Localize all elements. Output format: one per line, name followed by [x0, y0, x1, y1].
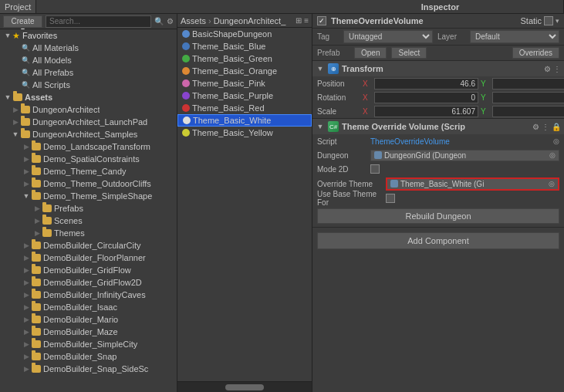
rot-y-input[interactable] [492, 92, 564, 103]
use-base-theme-row: Use Base Theme For [312, 191, 564, 205]
script-component-header: ▼ C# Theme Override Volume (Scrip ⚙ ⋮ 🔒 [312, 119, 564, 134]
script-expand-arrow[interactable]: ▼ [316, 123, 325, 130]
asset-basic-yellow[interactable]: Theme_Basic_Yellow [177, 127, 312, 139]
search-input[interactable] [46, 15, 151, 28]
breadcrumb-sub[interactable]: DungeonArchitect_ [214, 16, 286, 25]
breadcrumb-assets[interactable]: Assets [181, 16, 206, 25]
fav-all-materials[interactable]: 🔍 All Materials [0, 42, 177, 54]
transform-expand-arrow[interactable]: ▼ [316, 65, 325, 73]
override-theme-text: Theme_Basic_White (Gi [400, 180, 484, 188]
transform-settings-icon[interactable]: ⚙ [544, 65, 551, 73]
add-component-button[interactable]: Add Component [317, 232, 559, 249]
assets-header[interactable]: ▼ Assets [0, 91, 177, 103]
tree-snap-side[interactable]: ▶ DemoBuilder_Snap_SideSc [0, 363, 177, 375]
tree-dungeonarchitect[interactable]: ▶ DungeonArchitect [0, 103, 177, 116]
use-base-checkbox[interactable] [386, 194, 395, 203]
tree-demo-simple[interactable]: ▼ Demo_Theme_SimpleShape [0, 190, 177, 202]
tree-isaac[interactable]: ▶ DemoBuilder_Isaac [0, 301, 177, 313]
tree-demo-spatial[interactable]: ▶ Demo_SpatialConstraints [0, 153, 177, 165]
dsc-arrow: ▶ [22, 155, 31, 163]
override-theme-row: Override Theme Theme_Basic_White (Gi ◎ [312, 176, 564, 191]
sc-x-input[interactable] [374, 106, 478, 117]
tree-dungeonarchitect-launchpad[interactable]: ▶ DungeonArchitect_LaunchPad [0, 116, 177, 128]
create-button[interactable]: Create ▾ [3, 15, 42, 28]
project-tab[interactable]: Project [0, 0, 36, 13]
tree-snap[interactable]: ▶ DemoBuilder_Snap [0, 350, 177, 363]
horizontal-scrollbar[interactable] [177, 381, 312, 392]
dungeon-field-row: Dungeon DungeonGrid (Dungeon ◎ [312, 148, 564, 162]
asset-basic-pink[interactable]: Theme_Basic_Pink [177, 77, 312, 90]
mode2d-label: Mode 2D [317, 165, 367, 174]
add-component-row: Add Component [312, 228, 564, 254]
asset-basicshape[interactable]: BasicShapeDungeon [177, 28, 312, 40]
tree-gridflow[interactable]: ▶ DemoBuilder_GridFlow [0, 264, 177, 276]
sc-y-input[interactable] [492, 106, 564, 117]
dungeon-select-icon[interactable]: ◎ [549, 151, 556, 159]
position-xyz: X 46.6 Y 0 Z 59.22 [363, 78, 564, 90]
static-checkbox[interactable] [544, 16, 553, 25]
favorites-header[interactable]: ▼ ★ Favorites [0, 29, 177, 42]
tree-maze[interactable]: ▶ DemoBuilder_Maze [0, 326, 177, 338]
asset-icon-basicshape [182, 30, 190, 38]
go-enabled-checkbox[interactable] [317, 16, 326, 25]
asset-basic-red[interactable]: Theme_Basic_Red [177, 102, 312, 114]
tree-circular[interactable]: ▶ DemoBuilder_CircularCity [0, 239, 177, 252]
tree-prefabs[interactable]: ▶ Prefabs [0, 202, 177, 215]
mode2d-row: Mode 2D [312, 162, 564, 176]
favorites-label: Favorites [22, 31, 57, 40]
pos-y-input[interactable]: 0 [492, 78, 564, 90]
tree-infinity[interactable]: ▶ DemoBuilder_InfinityCaves [0, 289, 177, 301]
asset-basic-green[interactable]: Theme_Basic_Green [177, 52, 312, 65]
prefab-row: Prefab Open Select Overrides [312, 46, 564, 61]
layer-select[interactable]: Default [470, 30, 559, 43]
override-theme-value[interactable]: Theme_Basic_White (Gi ◎ [386, 177, 559, 191]
gameobject-name: ThemeOverrideVolume [331, 16, 515, 25]
script-lock-icon[interactable]: 🔒 [552, 123, 561, 131]
ma-arrow: ▶ [22, 316, 31, 323]
assets-panel: Assets › DungeonArchitect_ ⊞ ≡ BasicShap… [177, 14, 312, 392]
transform-menu-icon[interactable]: ⋮ [553, 65, 561, 73]
pos-x-label: X [363, 79, 372, 88]
gf-folder-icon [31, 265, 42, 275]
open-prefab-button[interactable]: Open [354, 47, 387, 59]
override-select-icon[interactable]: ◎ [549, 180, 555, 188]
go-active-cb[interactable] [317, 16, 326, 25]
rebuild-dungeon-button[interactable]: Rebuild Dungeon [317, 208, 559, 224]
select-prefab-button[interactable]: Select [391, 47, 427, 59]
fav-all-prefabs[interactable]: 🔍 All Prefabs [0, 66, 177, 79]
asset-basic-orange[interactable]: Theme_Basic_Orange [177, 65, 312, 77]
asset-basic-purple[interactable]: Theme_Basic_Purple [177, 90, 312, 102]
tree-themes[interactable]: ▶ Themes [0, 227, 177, 239]
asset-basic-blue[interactable]: Theme_Basic_Blue [177, 40, 312, 52]
tag-select[interactable]: Untagged [343, 30, 433, 43]
tree-gridflow2d[interactable]: ▶ DemoBuilder_GridFlow2D [0, 276, 177, 289]
fav-all-models[interactable]: 🔍 All Models [0, 54, 177, 66]
tree-floorplanner[interactable]: ▶ DemoBuilder_FloorPlanner [0, 252, 177, 264]
script-settings-icon[interactable]: ⚙ [532, 123, 539, 131]
tree-demo-outdoor[interactable]: ▶ Demo_Theme_OutdoorCliffs [0, 177, 177, 190]
script-select-icon[interactable]: ◎ [553, 137, 559, 145]
tree-demo-theme-candy[interactable]: ▶ Demo_Theme_Candy [0, 165, 177, 177]
rot-x-input[interactable] [374, 92, 478, 103]
overrides-button[interactable]: Overrides [512, 47, 559, 59]
scroll-thumb[interactable] [225, 384, 264, 390]
asset-basic-white[interactable]: Theme_Basic_White [177, 114, 312, 127]
tree-demo-landscape[interactable]: ▶ Demo_LandscapeTransform [0, 140, 177, 153]
pos-x-input[interactable]: 46.6 [374, 78, 478, 90]
static-dropdown-arrow[interactable]: ▾ [556, 17, 559, 25]
assets-breadcrumb: Assets › DungeonArchitect_ ⊞ ≡ [177, 14, 312, 28]
mode2d-checkbox[interactable] [370, 164, 380, 174]
da-arrow: ▶ [11, 106, 20, 113]
tree-simplecity[interactable]: ▶ DemoBuilder_SimpleCity [0, 338, 177, 350]
tree-scenes[interactable]: ▶ Scenes [0, 215, 177, 227]
tree-mario[interactable]: ▶ DemoBuilder_Mario [0, 313, 177, 326]
dtc-arrow: ▶ [22, 167, 31, 175]
dungeon-field-value[interactable]: DungeonGrid (Dungeon ◎ [370, 150, 559, 161]
script-icon: C# [328, 121, 339, 132]
script-menu-icon[interactable]: ⋮ [542, 123, 549, 131]
tree-dungeonarchitect-samples[interactable]: ▼ DungeonArchitect_Samples [0, 128, 177, 140]
fav-all-scripts[interactable]: 🔍 All Scripts [0, 79, 177, 91]
asset-icon-red [182, 104, 190, 112]
rotation-row: Rotation X Y Z [312, 90, 564, 104]
dl-folder-icon [31, 142, 42, 151]
